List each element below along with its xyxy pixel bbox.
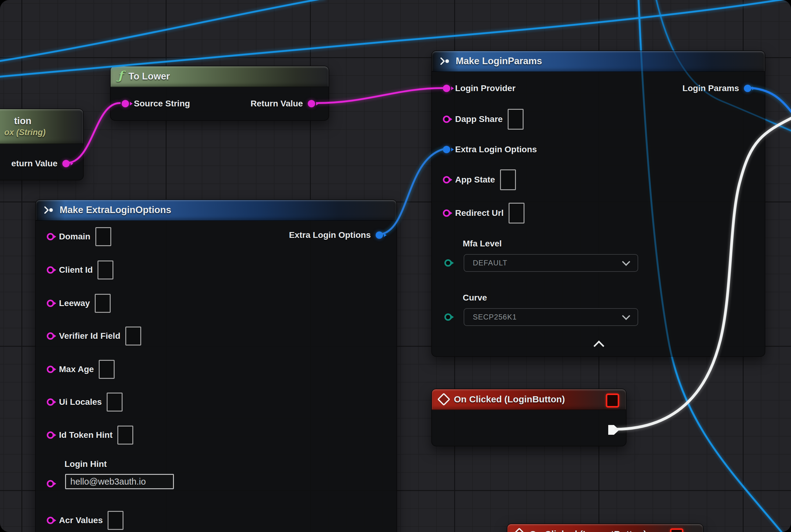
- wire-top-cyan-a[interactable]: [0, 0, 325, 61]
- curve-select[interactable]: SECP256K1: [464, 308, 638, 326]
- function-icon: ƒ: [118, 70, 123, 81]
- blueprint-graph-canvas[interactable]: tion ox (String) eturn Value ƒ To Lower …: [0, 0, 791, 532]
- node-title: Make ExtraLoginOptions: [60, 205, 171, 215]
- pin-row-app-state: App State: [443, 171, 516, 189]
- pin-row-client-id: Client Id: [47, 261, 113, 279]
- pin-row-return-value: Return Value: [251, 95, 315, 113]
- pin-label: Source String: [134, 99, 190, 109]
- node-make-extra-login-options[interactable]: Make ExtraLoginOptions Extra Login Optio…: [35, 200, 397, 532]
- app-state-value-field[interactable]: [500, 169, 516, 190]
- pin-row-login-provider: Login Provider: [443, 79, 516, 97]
- leeway-value-field[interactable]: [95, 294, 111, 313]
- pin-label: Leeway: [59, 299, 90, 308]
- pin-label: eturn Value: [11, 159, 57, 169]
- pin-label: Return Value: [251, 99, 303, 109]
- pin-extra-login-options-in[interactable]: [443, 146, 450, 153]
- pin-label: Extra Login Options: [455, 145, 537, 154]
- client-id-value-field[interactable]: [97, 261, 113, 280]
- id-token-hint-value-field[interactable]: [117, 425, 133, 444]
- pin-app-state[interactable]: [443, 176, 450, 184]
- node-header[interactable]: Make LoginParams: [432, 51, 765, 72]
- pin-row-return-value-partial: eturn Value: [11, 155, 70, 172]
- pin-row-redirect-url: Redirect Url: [443, 204, 524, 222]
- pin-label: Dapp Share: [455, 114, 503, 124]
- pin-max-age[interactable]: [47, 366, 54, 373]
- make-struct-icon: [43, 206, 54, 214]
- pin-label: Id Token Hint: [59, 430, 113, 440]
- dapp-share-value-field[interactable]: [508, 109, 524, 130]
- node-to-lower[interactable]: ƒ To Lower Source String Return Value: [110, 66, 329, 121]
- mfa-level-select[interactable]: DEFAULT: [464, 254, 638, 272]
- pin-row-verifier-id-field: Verifier Id Field: [47, 327, 141, 345]
- pin-verifier-id-field[interactable]: [47, 332, 54, 340]
- pin-label: Domain: [59, 232, 91, 242]
- login-hint-input[interactable]: [65, 474, 174, 489]
- pin-row-extra-login-options-in: Extra Login Options: [443, 141, 537, 158]
- pin-row-source-string: Source String: [122, 95, 190, 113]
- pin-extra-login-options-out[interactable]: [375, 231, 383, 239]
- curve-value: SECP256K1: [473, 313, 517, 321]
- node-get-text-partial[interactable]: tion ox (String) eturn Value: [0, 109, 84, 180]
- node-title-fragment: tion: [14, 116, 32, 127]
- pin-source-string[interactable]: [122, 100, 129, 107]
- pin-id-token-hint[interactable]: [47, 432, 54, 439]
- pin-leeway[interactable]: [47, 300, 54, 307]
- pin-curve[interactable]: [444, 314, 452, 321]
- pin-label: Extra Login Options: [289, 230, 371, 240]
- node-header[interactable]: ƒ To Lower: [111, 66, 329, 87]
- wire-return-to-login-provider[interactable]: [317, 88, 443, 103]
- pin-label: Verifier Id Field: [59, 331, 120, 341]
- exec-output-pin[interactable]: [608, 425, 619, 435]
- pin-acr-values[interactable]: [47, 517, 54, 524]
- pin-row-extra-login-options-out: Extra Login Options: [289, 226, 383, 244]
- pin-row-login-params-out: Login Params: [682, 79, 751, 97]
- event-icon: [513, 528, 526, 532]
- redirect-url-value-field[interactable]: [508, 203, 524, 224]
- node-title: Make LoginParams: [456, 56, 542, 66]
- node-on-clicked-login-button[interactable]: On Clicked (LoginButton): [431, 388, 626, 446]
- pin-domain[interactable]: [47, 233, 54, 240]
- node-title: On Clicked (LoginButton): [454, 394, 565, 404]
- event-icon: [437, 393, 450, 406]
- pin-label: App State: [455, 175, 495, 185]
- pin-ui-locales[interactable]: [47, 398, 54, 406]
- pin-login-hint[interactable]: [47, 480, 54, 487]
- pin-login-provider[interactable]: [443, 85, 450, 92]
- acr-values-value-field[interactable]: [108, 511, 123, 530]
- node-on-clicked-logout-button[interactable]: On Clicked (LogoutButton): [507, 524, 703, 532]
- pin-row-domain: Domain: [47, 228, 111, 246]
- pin-return-value[interactable]: [308, 100, 315, 107]
- ui-locales-value-field[interactable]: [107, 393, 122, 412]
- domain-value-field[interactable]: [95, 227, 111, 246]
- pin-row-leeway: Leeway: [47, 294, 111, 312]
- max-age-value-field[interactable]: [99, 360, 115, 379]
- pin-label: Redirect Url: [455, 208, 504, 218]
- pin-client-id[interactable]: [47, 266, 54, 274]
- pin-label: Login Provider: [455, 83, 516, 93]
- node-title: On Clicked (LogoutButton): [529, 529, 647, 532]
- pin-row-id-token-hint: Id Token Hint: [47, 426, 133, 444]
- verifier-id-value-field[interactable]: [125, 326, 141, 345]
- collapse-node-button[interactable]: [594, 341, 604, 351]
- node-header[interactable]: Make ExtraLoginOptions: [36, 200, 397, 221]
- pin-row-dapp-share: Dapp Share: [443, 110, 524, 128]
- pin-row-acr-values: Acr Values: [47, 512, 123, 529]
- delegate-pin[interactable]: [606, 394, 619, 407]
- pin-return-value[interactable]: [62, 160, 70, 167]
- pin-row-max-age: Max Age: [47, 360, 115, 378]
- pin-dapp-share[interactable]: [443, 116, 450, 123]
- pin-label: Acr Values: [59, 515, 103, 525]
- pin-login-params-out[interactable]: [744, 85, 751, 92]
- delegate-pin[interactable]: [670, 528, 683, 532]
- pin-label: Ui Locales: [59, 397, 102, 407]
- login-hint-label: Login Hint: [64, 459, 107, 469]
- pin-mfa-level[interactable]: [444, 259, 452, 267]
- mfa-level-label: Mfa Level: [463, 239, 502, 249]
- mfa-level-value: DEFAULT: [473, 259, 507, 267]
- node-make-login-params[interactable]: Make LoginParams Login Params Login Prov…: [431, 51, 765, 357]
- node-header[interactable]: tion ox (String): [0, 109, 83, 144]
- pin-row-ui-locales: Ui Locales: [47, 393, 122, 411]
- curve-label: Curve: [463, 293, 487, 303]
- pin-redirect-url[interactable]: [443, 209, 450, 217]
- node-header[interactable]: On Clicked (LoginButton): [432, 389, 626, 410]
